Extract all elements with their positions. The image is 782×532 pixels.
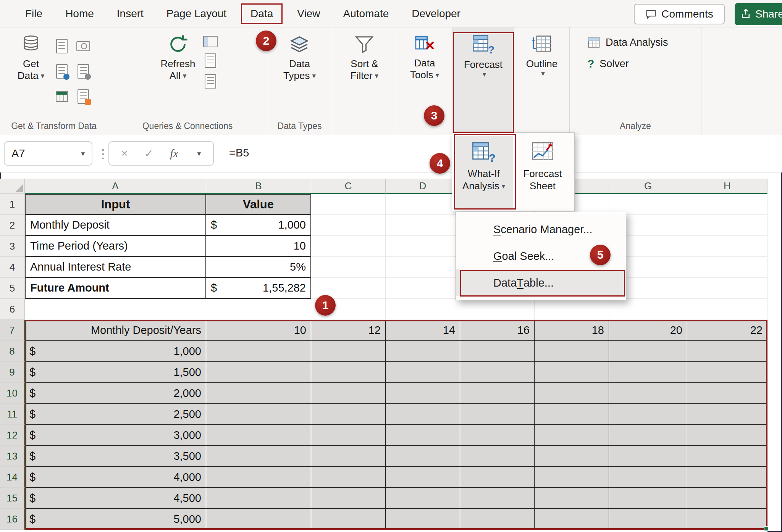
tab-developer[interactable]: Developer (400, 0, 472, 27)
row-header-2[interactable]: 2 (0, 215, 25, 236)
cell-A8[interactable]: $1,000 (25, 341, 206, 362)
cell-E16[interactable] (460, 509, 535, 530)
cell-D8[interactable] (386, 341, 460, 362)
cell-F15[interactable] (535, 488, 609, 509)
cell-E6[interactable] (460, 299, 535, 320)
cell-C11[interactable] (311, 404, 386, 425)
cell-B7[interactable]: 10 (206, 320, 311, 341)
cell-E8[interactable] (460, 341, 535, 362)
cell-F6[interactable] (535, 299, 609, 320)
cell-D14[interactable] (386, 467, 460, 488)
cell-D16[interactable] (386, 509, 460, 530)
cell-H1[interactable] (687, 194, 767, 215)
cell-C9[interactable] (311, 362, 386, 383)
cell-B12[interactable] (206, 425, 311, 446)
cell-B9[interactable] (206, 362, 311, 383)
cell-D9[interactable] (386, 362, 460, 383)
tab-page-layout[interactable]: Page Layout (155, 0, 238, 27)
cell-C7[interactable]: 12 (311, 320, 386, 341)
data-types-button[interactable]: Data Types▾ (280, 32, 319, 117)
cell-E10[interactable] (460, 383, 535, 404)
cell-A7[interactable]: Monthly Deposit/Years (25, 320, 206, 341)
cell-H15[interactable] (687, 488, 767, 509)
column-header-G[interactable]: G (609, 179, 687, 194)
cell-F8[interactable] (535, 341, 609, 362)
cell-B16[interactable] (206, 509, 311, 530)
cell-A6[interactable] (25, 299, 206, 320)
cell-D15[interactable] (386, 488, 460, 509)
row-header-7[interactable]: 7 (0, 320, 25, 341)
select-all-corner[interactable] (0, 179, 25, 194)
cell-H4[interactable] (687, 257, 767, 278)
tab-data[interactable]: Data (241, 3, 283, 24)
forecast-button[interactable]: ? Forecast ▾ (461, 32, 506, 117)
cell-F14[interactable] (535, 467, 609, 488)
column-header-B[interactable]: B (206, 179, 311, 194)
what-if-analysis-button[interactable]: ? What-If Analysis▾ (454, 136, 513, 208)
column-header-D[interactable]: D (386, 179, 460, 194)
cell-C3[interactable] (311, 236, 386, 257)
queries-connections-pane-button[interactable] (203, 36, 218, 47)
cell-D13[interactable] (386, 446, 460, 467)
share-button[interactable]: Share (735, 3, 782, 25)
cell-D5[interactable] (386, 278, 460, 299)
data-analysis-button[interactable]: Data Analysis (587, 36, 668, 49)
cell-C12[interactable] (311, 425, 386, 446)
column-header-A[interactable]: A (25, 179, 206, 194)
row-header-6[interactable]: 6 (0, 299, 25, 320)
cell-C2[interactable] (311, 215, 386, 236)
cell-D3[interactable] (386, 236, 460, 257)
from-table-range-button[interactable] (52, 85, 72, 108)
cell-A16[interactable]: $5,000 (25, 509, 206, 530)
cell-E9[interactable] (460, 362, 535, 383)
tab-home[interactable]: Home (54, 0, 105, 27)
cell-G6[interactable] (609, 299, 687, 320)
cell-B4[interactable]: 5% (206, 257, 311, 278)
solver-button[interactable]: ? Solver (587, 57, 629, 70)
data-tools-button[interactable]: Data Tools▾ (407, 32, 442, 117)
row-header-3[interactable]: 3 (0, 236, 25, 257)
cell-D11[interactable] (386, 404, 460, 425)
fill-handle[interactable] (764, 526, 769, 531)
cell-A2[interactable]: Monthly Deposit (25, 215, 206, 236)
cell-D12[interactable] (386, 425, 460, 446)
cell-F10[interactable] (535, 383, 609, 404)
formula-input[interactable]: =B5 (229, 147, 249, 159)
cell-B3[interactable]: 10 (206, 236, 311, 257)
cell-H3[interactable] (687, 236, 767, 257)
tab-view[interactable]: View (286, 0, 331, 27)
comments-button[interactable]: Comments (634, 4, 725, 24)
tab-insert[interactable]: Insert (105, 0, 155, 27)
cell-H2[interactable] (687, 215, 767, 236)
cell-D4[interactable] (386, 257, 460, 278)
cell-C13[interactable] (311, 446, 386, 467)
cell-H12[interactable] (687, 425, 767, 446)
tab-automate[interactable]: Automate (331, 0, 400, 27)
tab-file[interactable]: File (14, 0, 54, 27)
cell-G15[interactable] (609, 488, 687, 509)
cell-A1[interactable]: Input (25, 194, 206, 215)
cell-E14[interactable] (460, 467, 535, 488)
cell-H13[interactable] (687, 446, 767, 467)
cell-B10[interactable] (206, 383, 311, 404)
sort-filter-button[interactable]: Sort & Filter▾ (347, 32, 381, 117)
cell-G8[interactable] (609, 341, 687, 362)
cell-F13[interactable] (535, 446, 609, 467)
cell-E11[interactable] (460, 404, 535, 425)
cell-A5[interactable]: Future Amount (25, 278, 206, 299)
cell-E13[interactable] (460, 446, 535, 467)
cell-H6[interactable] (687, 299, 767, 320)
row-header-12[interactable]: 12 (0, 425, 25, 446)
row-header-14[interactable]: 14 (0, 467, 25, 488)
cell-D7[interactable]: 14 (386, 320, 460, 341)
row-header-8[interactable]: 8 (0, 341, 25, 362)
name-box[interactable]: A7 ▾ (4, 141, 92, 166)
enter-icon[interactable]: ✓ (144, 147, 153, 160)
cell-H9[interactable] (687, 362, 767, 383)
cell-C15[interactable] (311, 488, 386, 509)
cell-A12[interactable]: $3,000 (25, 425, 206, 446)
cell-A4[interactable]: Annual Interest Rate (25, 257, 206, 278)
cell-G14[interactable] (609, 467, 687, 488)
from-picture-button[interactable] (73, 34, 93, 58)
row-header-13[interactable]: 13 (0, 446, 25, 467)
